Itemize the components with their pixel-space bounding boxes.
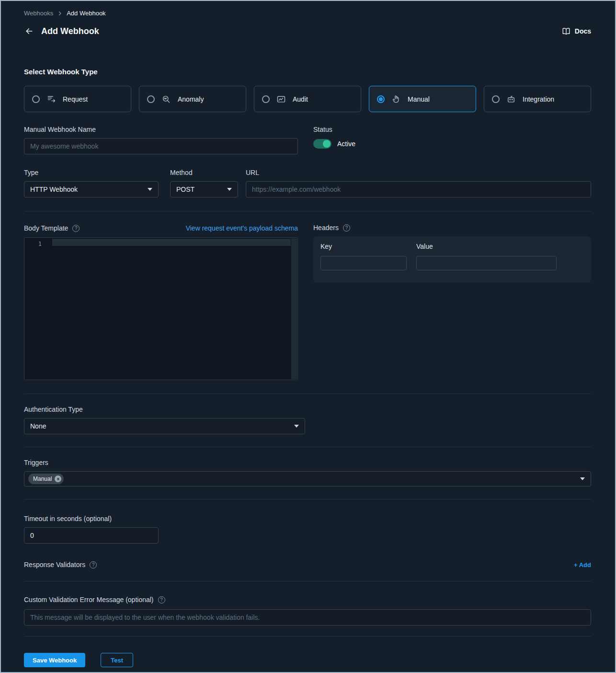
type-card-integration[interactable]: Integration	[484, 86, 591, 112]
remove-trigger-icon[interactable]: ×	[55, 476, 61, 482]
headers-label: Headers	[313, 224, 339, 232]
url-label: URL	[246, 169, 591, 176]
header-value-input[interactable]	[416, 256, 557, 270]
type-card-label: Manual	[408, 95, 430, 103]
test-button[interactable]: Test	[101, 653, 133, 667]
add-validator-button[interactable]: + Add	[574, 561, 591, 569]
chevron-down-icon	[294, 425, 299, 428]
editor-gutter: 1	[24, 238, 47, 380]
type-select-value: HTTP Webhook	[30, 186, 78, 193]
validators-row: Response Validators ? + Add	[24, 561, 591, 569]
help-icon[interactable]: ?	[72, 225, 80, 232]
audit-icon	[276, 94, 286, 104]
type-card-manual[interactable]: Manual	[369, 86, 476, 112]
trigger-chip: Manual ×	[28, 474, 64, 484]
chevron-down-icon	[227, 188, 232, 191]
divider	[24, 211, 591, 211]
auth-type-value: None	[30, 422, 46, 430]
radio-checked-icon	[377, 95, 385, 103]
type-card-request[interactable]: Request	[24, 86, 131, 112]
divider	[24, 447, 591, 447]
book-icon	[562, 27, 570, 35]
actions-row: Save Webhook Test	[24, 653, 591, 667]
triggers-label: Triggers	[24, 459, 591, 466]
chevron-down-icon	[148, 188, 152, 191]
method-select[interactable]: POST	[170, 181, 238, 197]
timeout-input[interactable]	[24, 527, 159, 544]
timeout-label: Timeout in seconds (optional)	[24, 515, 591, 522]
page-header: Add Webhook Docs	[24, 24, 591, 38]
auth-section: Authentication Type None	[24, 406, 591, 434]
chevron-down-icon	[580, 477, 585, 480]
radio-unchecked-icon	[492, 95, 500, 103]
name-status-row: Manual Webhook Name Status Active	[24, 126, 591, 154]
help-icon[interactable]: ?	[158, 596, 165, 603]
type-card-audit[interactable]: Audit	[254, 86, 361, 112]
anomaly-icon	[161, 94, 171, 104]
add-webhook-page: Webhooks Add Webhook Add Webhook Docs Se…	[1, 1, 615, 667]
headers-panel: Key Value	[313, 236, 591, 283]
body-template-label: Body Template	[24, 224, 68, 232]
breadcrumb-current: Add Webhook	[67, 10, 105, 17]
back-button[interactable]	[24, 26, 34, 36]
status-label: Status	[313, 126, 355, 133]
status-value: Active	[337, 140, 355, 148]
divider	[24, 636, 591, 637]
triggers-section: Triggers Manual ×	[24, 459, 591, 487]
breadcrumb: Webhooks Add Webhook	[24, 10, 591, 17]
editor-active-line	[52, 239, 291, 246]
help-icon[interactable]: ?	[90, 561, 97, 569]
type-card-label: Integration	[523, 95, 554, 103]
radio-unchecked-icon	[262, 95, 270, 103]
header-key-input[interactable]	[320, 256, 407, 270]
custom-error-label: Custom Validation Error Message (optiona…	[24, 596, 154, 603]
body-template-editor[interactable]: 1	[24, 237, 298, 380]
divider	[24, 394, 591, 394]
manual-hand-icon	[391, 94, 401, 104]
docs-button[interactable]: Docs	[562, 27, 591, 35]
type-card-anomaly[interactable]: Anomaly	[139, 86, 246, 112]
docs-label: Docs	[575, 27, 591, 35]
type-select[interactable]: HTTP Webhook	[24, 181, 159, 197]
auth-type-label: Authentication Type	[24, 406, 591, 413]
chevron-right-icon	[57, 11, 63, 16]
method-select-value: POST	[176, 186, 194, 193]
response-validators-label: Response Validators	[24, 561, 85, 569]
url-input[interactable]	[246, 181, 591, 197]
body-headers-row: Body Template ? View request event's pay…	[24, 224, 591, 380]
breadcrumb-webhooks[interactable]: Webhooks	[24, 10, 53, 17]
custom-error-section: Custom Validation Error Message (optiona…	[24, 596, 591, 626]
page-title: Add Webhook	[41, 26, 99, 36]
status-toggle[interactable]	[313, 139, 331, 149]
save-webhook-button[interactable]: Save Webhook	[24, 653, 85, 667]
timeout-section: Timeout in seconds (optional)	[24, 515, 591, 544]
header-key-label: Key	[320, 243, 407, 250]
editor-scrollbar[interactable]	[291, 238, 297, 379]
trigger-chip-label: Manual	[33, 476, 52, 482]
header-value-label: Value	[416, 243, 557, 250]
back-arrow-icon	[24, 26, 34, 36]
select-webhook-type-label: Select Webhook Type	[24, 68, 591, 76]
divider	[24, 581, 591, 581]
triggers-select[interactable]: Manual ×	[24, 471, 591, 487]
help-icon[interactable]: ?	[343, 224, 350, 232]
webhook-name-input[interactable]	[24, 138, 298, 154]
method-label: Method	[170, 169, 238, 176]
webhook-type-options: Request Anomaly Audit Manual Integration	[24, 86, 591, 112]
radio-unchecked-icon	[32, 95, 40, 103]
type-card-label: Audit	[293, 95, 308, 103]
webhook-name-label: Manual Webhook Name	[24, 126, 298, 133]
request-icon	[46, 94, 56, 104]
payload-schema-link[interactable]: View request event's payload schema	[186, 224, 298, 232]
radio-unchecked-icon	[147, 95, 155, 103]
integration-icon	[506, 94, 516, 104]
type-method-url-row: Type HTTP Webhook Method POST URL	[24, 169, 591, 197]
divider	[24, 499, 591, 499]
editor-line-number: 1	[38, 241, 42, 247]
auth-type-select[interactable]: None	[24, 418, 305, 434]
type-card-label: Anomaly	[178, 95, 204, 103]
custom-error-input[interactable]	[24, 609, 591, 626]
type-card-label: Request	[63, 95, 88, 103]
type-label: Type	[24, 169, 159, 176]
